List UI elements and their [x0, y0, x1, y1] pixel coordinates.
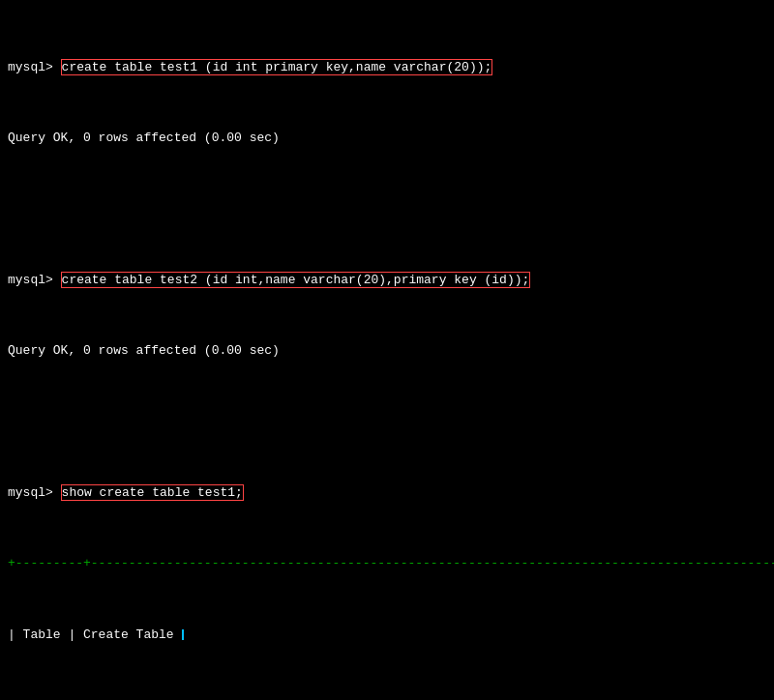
- prompt-1: mysql>: [8, 60, 61, 74]
- separator-1: +---------+-----------------------------…: [8, 555, 766, 573]
- terminal-window: mysql> create table test1 (id int primar…: [8, 6, 766, 700]
- line-5: Query OK, 0 rows affected (0.00 sec): [8, 342, 766, 361]
- line-6: [8, 414, 766, 432]
- output-2: Query OK, 0 rows affected (0.00 sec): [8, 343, 280, 358]
- line-7: mysql> show create table test1;: [8, 484, 766, 503]
- line-4: mysql> create table test2 (id int,name v…: [8, 272, 766, 290]
- cmd-highlight-3: show create table test1;: [61, 484, 244, 501]
- line-2: Query OK, 0 rows affected (0.00 sec): [8, 130, 766, 148]
- prompt-2: mysql>: [8, 273, 61, 287]
- header-row-1: | Table | Create Table: [8, 627, 766, 645]
- output-1: Query OK, 0 rows affected (0.00 sec): [8, 131, 280, 145]
- line-3: [8, 200, 766, 219]
- cmd-highlight-1: create table test1 (id int primary key,n…: [61, 59, 493, 75]
- line-1: mysql> create table test1 (id int primar…: [8, 59, 766, 77]
- cmd-highlight-2: create table test2 (id int,name varchar(…: [61, 272, 531, 288]
- prompt-3: mysql>: [8, 485, 61, 500]
